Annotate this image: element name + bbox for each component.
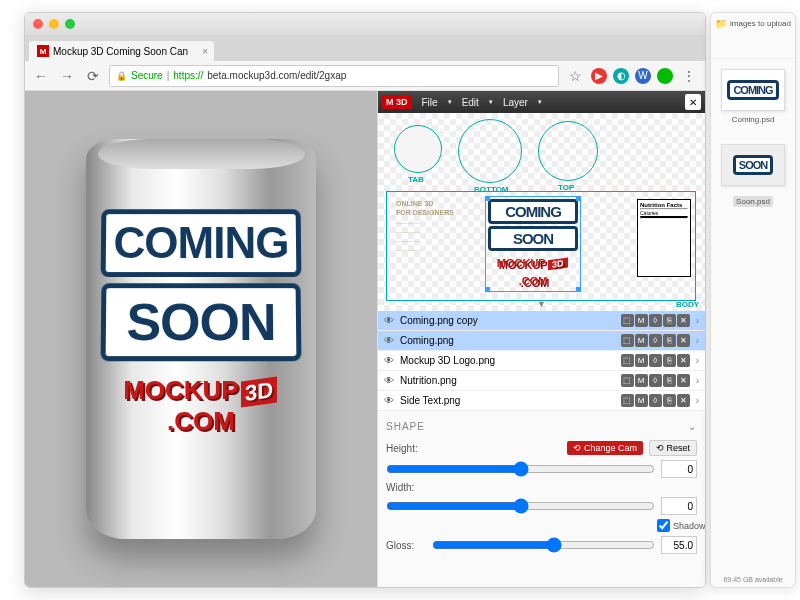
browser-window: M Mockup 3D Coming Soon Can × ← → ⟳ 🔒 Se…: [24, 12, 706, 588]
secure-label: Secure: [131, 70, 163, 81]
layer-row[interactable]: 👁Coming.png⬚M◊⎘✕›: [378, 331, 705, 351]
close-tab-icon[interactable]: ×: [202, 46, 208, 57]
can-render: COMING SOON MOCKUP3D.COM: [86, 139, 316, 539]
nutrition-panel: Nutrition Facts Calories: [637, 199, 691, 277]
zoom-traffic-light[interactable]: [65, 19, 75, 29]
menu-file[interactable]: File: [414, 94, 446, 111]
app-content: COMING SOON MOCKUP3D.COM M 3D File▾ Edit…: [25, 91, 705, 587]
visibility-icon[interactable]: 👁: [384, 315, 394, 326]
url-field[interactable]: 🔒 Secure | https://beta.mockup3d.com/edi…: [109, 65, 559, 87]
tab-title: Mockup 3D Coming Soon Can: [53, 46, 188, 57]
uv-top: [538, 121, 598, 181]
side-text: ONLINE 3DFOR DESIGNERS ─────────────────…: [396, 199, 454, 256]
expand-icon[interactable]: ›: [696, 335, 699, 346]
width-value[interactable]: [661, 497, 697, 515]
shadow-checkbox[interactable]: Shadow: [657, 519, 697, 532]
address-bar: ← → ⟳ 🔒 Secure | https://beta.mockup3d.c…: [25, 61, 705, 91]
expand-icon[interactable]: ›: [696, 375, 699, 386]
layer-controls[interactable]: ⬚M◊⎘✕: [621, 314, 690, 327]
layer-row[interactable]: 👁Coming.png copy⬚M◊⎘✕›: [378, 311, 705, 331]
gloss-label: Gloss:: [386, 540, 426, 551]
coming-soon-layer[interactable]: COMING SOON MOCKUP3D.COM: [488, 199, 578, 289]
menu-icon[interactable]: ⋮: [679, 64, 699, 88]
expand-icon[interactable]: ›: [696, 355, 699, 366]
forward-button[interactable]: →: [57, 64, 77, 88]
finder-window: 📁 images to upload COMINGComing.psdSOONS…: [710, 12, 796, 588]
folder-icon: 📁: [715, 18, 727, 29]
height-label: Height:: [386, 443, 426, 454]
shape-title: SHAPE: [386, 421, 425, 432]
finder-toolbar: [711, 33, 795, 59]
visibility-icon[interactable]: 👁: [384, 355, 394, 366]
layer-controls[interactable]: ⬚M◊⎘✕: [621, 334, 690, 347]
ext-icon-2[interactable]: ◐: [613, 68, 629, 84]
close-editor-icon[interactable]: ✕: [685, 94, 701, 110]
finder-item[interactable]: SOONSoon.psd: [711, 134, 795, 218]
layers-panel: 👁Coming.png copy⬚M◊⎘✕›👁Coming.png⬚M◊⎘✕›👁…: [378, 311, 705, 411]
uv-tab: [394, 125, 442, 173]
layer-name: Nutrition.png: [400, 375, 615, 386]
expand-icon[interactable]: ›: [696, 315, 699, 326]
close-traffic-light[interactable]: [33, 19, 43, 29]
gloss-value[interactable]: [661, 536, 697, 554]
layer-name: Coming.png copy: [400, 315, 615, 326]
layer-name: Side Text.png: [400, 395, 615, 406]
visibility-icon[interactable]: 👁: [384, 375, 394, 386]
layer-controls[interactable]: ⬚M◊⎘✕: [621, 354, 690, 367]
back-button[interactable]: ←: [31, 64, 51, 88]
layer-row[interactable]: 👁Mockup 3D Logo.png⬚M◊⎘✕›: [378, 351, 705, 371]
ext-icon-3[interactable]: W: [635, 68, 651, 84]
shape-panel: SHAPE ⌄ Height: ⟲ Change Cam ⟲ Reset Wid…: [378, 411, 705, 587]
finder-item[interactable]: COMINGComing.psd: [711, 59, 795, 134]
layer-name: Coming.png: [400, 335, 615, 346]
folder-name: images to upload: [730, 19, 791, 28]
editor-pane: M 3D File▾ Edit▾ Layer▾ ✕ TAB BOTTOM TOP…: [377, 91, 705, 587]
panel-grabber-icon[interactable]: ▼: [537, 299, 546, 309]
ext-icon-4[interactable]: [657, 68, 673, 84]
reload-button[interactable]: ⟳: [83, 64, 103, 88]
visibility-icon[interactable]: 👁: [384, 335, 394, 346]
browser-tabbar: M Mockup 3D Coming Soon Can ×: [25, 35, 705, 61]
logo-text: MOCKUP3D.COM: [123, 375, 279, 436]
file-thumb: COMING: [721, 69, 785, 111]
layer-row[interactable]: 👁Nutrition.png⬚M◊⎘✕›: [378, 371, 705, 391]
can-label: COMING SOON MOCKUP3D.COM: [101, 209, 301, 437]
width-label: Width:: [386, 482, 426, 493]
lock-icon: 🔒: [116, 71, 127, 81]
height-value[interactable]: [661, 460, 697, 478]
layer-controls[interactable]: ⬚M◊⎘✕: [621, 394, 690, 407]
browser-tab[interactable]: M Mockup 3D Coming Soon Can ×: [29, 41, 214, 61]
ext-icon-1[interactable]: ▶: [591, 68, 607, 84]
app-badge: M 3D: [382, 95, 412, 109]
menu-edit[interactable]: Edit: [454, 94, 487, 111]
can-top: [98, 139, 305, 169]
reset-button[interactable]: ⟲ Reset: [649, 440, 697, 456]
preview-pane: COMING SOON MOCKUP3D.COM: [25, 91, 377, 587]
window-titlebar: [25, 13, 705, 35]
height-slider[interactable]: [386, 461, 655, 477]
url-text: beta.mockup3d.com/edit/2gxap: [207, 70, 346, 81]
star-icon[interactable]: ☆: [565, 64, 585, 88]
favicon-icon: M: [37, 45, 49, 57]
width-slider[interactable]: [386, 498, 655, 514]
layer-controls[interactable]: ⬚M◊⎘✕: [621, 374, 690, 387]
file-name: Soon.psd: [733, 196, 773, 207]
change-cam-button[interactable]: ⟲ Change Cam: [567, 441, 643, 455]
uv-canvas[interactable]: TAB BOTTOM TOP BODY ONLINE 3DFOR DESIGNE…: [378, 113, 705, 311]
file-thumb: SOON: [721, 144, 785, 186]
file-name: Coming.psd: [719, 115, 787, 124]
expand-icon[interactable]: ›: [696, 395, 699, 406]
url-prefix: https://: [173, 70, 203, 81]
collapse-icon[interactable]: ⌄: [688, 421, 697, 432]
label-soon: SOON: [112, 292, 291, 352]
uv-bottom: [458, 119, 522, 183]
editor-menubar: M 3D File▾ Edit▾ Layer▾ ✕: [378, 91, 705, 113]
finder-header: 📁 images to upload: [711, 13, 795, 33]
gloss-slider[interactable]: [432, 537, 655, 553]
layer-row[interactable]: 👁Side Text.png⬚M◊⎘✕›: [378, 391, 705, 411]
minimize-traffic-light[interactable]: [49, 19, 59, 29]
visibility-icon[interactable]: 👁: [384, 395, 394, 406]
uv-label-tab: TAB: [408, 175, 424, 184]
menu-layer[interactable]: Layer: [495, 94, 536, 111]
uv-label-body: BODY: [676, 300, 699, 309]
